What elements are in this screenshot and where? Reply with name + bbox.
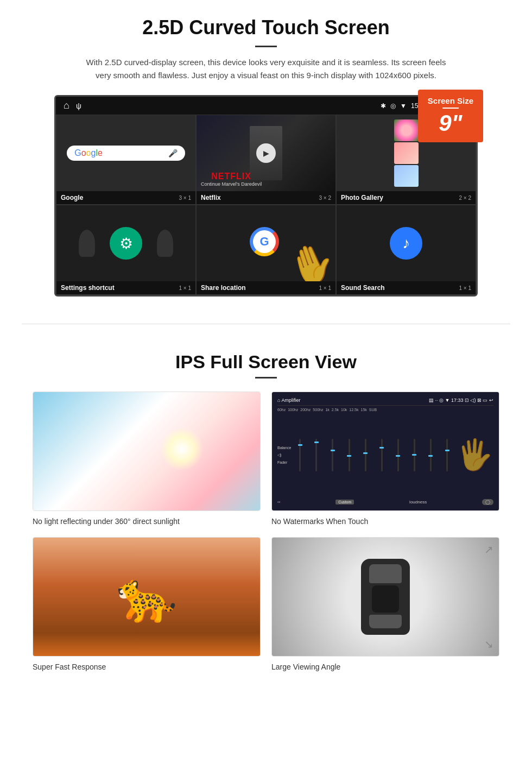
share-inner: G ✋	[197, 205, 335, 281]
eq-thumb-7	[396, 455, 400, 457]
gallery-stack	[394, 119, 419, 187]
feature-img-cheetah: 🐆	[33, 537, 261, 657]
eq-thumb-10	[445, 450, 449, 451]
amp-time: ▤ ·· ◎ ▼ 17:33 ⊡ ◁) ⊠ ▭ ↩	[429, 398, 493, 403]
eq-thumb-5	[363, 452, 368, 454]
device-container: Screen Size 9" ⌂ ψ ✱ ◎ ▼ 15:06 ⊡ ◁) ⊠	[54, 95, 478, 297]
features-grid: No light reflecting under 360° direct su…	[33, 392, 499, 672]
feature-viewing-angle: ↗ ↘ Large Viewing Angle	[271, 537, 499, 672]
balance-label: Balance	[277, 446, 291, 450]
netflix-play-button[interactable]: ▶	[256, 143, 276, 163]
netflix-label-row: Netflix 3 × 2	[197, 191, 335, 204]
amp-title: ⌂ Amplifier	[277, 398, 300, 403]
netflix-label-name: Netflix	[201, 194, 221, 201]
sound-label-row: Sound Search 1 × 1	[337, 281, 476, 294]
eq-track-10[interactable]	[446, 439, 448, 471]
share-label-size: 1 × 1	[319, 285, 331, 291]
feature-no-light: No light reflecting under 360° direct su…	[33, 392, 261, 526]
section1-title: 2.5D Curved Touch Screen	[33, 16, 499, 39]
eq-track-3[interactable]	[332, 439, 333, 471]
section1-description: With 2.5D curved-display screen, this de…	[81, 56, 451, 82]
bluetooth-icon: ✱	[381, 102, 386, 110]
share-label-name: Share location	[201, 284, 246, 292]
section-ips: IPS Full Screen View No light reflecting…	[0, 340, 532, 688]
settings-icon: ⚙	[110, 227, 142, 260]
eq-track-9[interactable]	[430, 439, 432, 471]
title-divider	[255, 46, 277, 47]
eq-track-8[interactable]	[414, 439, 415, 471]
section2-title: IPS Full Screen View	[33, 351, 499, 373]
eq-bar-2	[309, 439, 323, 471]
feature-label-1: No Watermarks When Touch	[271, 517, 368, 526]
device-screen: ⌂ ψ ✱ ◎ ▼ 15:06 ⊡ ◁) ⊠ ▭	[54, 95, 478, 297]
gallery-label-row: Photo Gallery 2 × 2	[337, 191, 476, 204]
app-cell-settings[interactable]: ⚙ Settings shortcut 1 × 1	[56, 205, 196, 295]
settings-inner: ⚙	[56, 205, 195, 281]
amp-image: ⌂ Amplifier ▤ ·· ◎ ▼ 17:33 ⊡ ◁) ⊠ ▭ ↩ 60…	[272, 392, 499, 510]
badge-size: 9"	[439, 110, 462, 136]
eq-bar-3	[326, 439, 339, 471]
google-label-row: Google 3 × 1	[56, 191, 195, 204]
app-cell-netflix[interactable]: ▶ NETFLIX Continue Marvel's Daredevil Ne…	[196, 115, 336, 205]
car-top-view	[361, 559, 410, 635]
cheetah-emoji: 🐆	[116, 569, 177, 626]
location-icon: ◎	[390, 102, 396, 110]
sun-glow	[160, 427, 204, 471]
mic-icon[interactable]: 🎤	[168, 149, 178, 157]
app-cell-sound[interactable]: ♪ Sound Search 1 × 1	[336, 205, 476, 295]
eq-bar-6	[375, 439, 389, 471]
eq-track-6[interactable]	[381, 439, 383, 471]
amp-custom-btn[interactable]: Custom	[335, 500, 354, 504]
eq-track-1[interactable]	[299, 439, 301, 471]
badge-divider	[442, 108, 459, 109]
google-label-size: 3 × 1	[179, 195, 191, 201]
eq-track-5[interactable]	[365, 439, 366, 471]
feature-img-sky	[33, 392, 261, 511]
status-bar-left: ⌂ ψ	[64, 100, 81, 111]
amp-left-labels: Balance ◁) Fader	[277, 446, 291, 464]
eq-track-2[interactable]	[315, 439, 317, 471]
car-windshield	[369, 564, 402, 583]
eq-thumb-4	[347, 455, 351, 457]
feature-label-0: No light reflecting under 360° direct su…	[33, 517, 180, 526]
section2-divider	[255, 377, 277, 379]
section-curved-screen: 2.5D Curved Touch Screen With 2.5D curve…	[0, 0, 532, 307]
wifi-icon: ▼	[400, 102, 407, 110]
feature-no-watermarks: ⌂ Amplifier ▤ ·· ◎ ▼ 17:33 ⊡ ◁) ⊠ ▭ ↩ 60…	[271, 392, 499, 526]
bg-person-1	[79, 230, 95, 257]
section-divider-hr	[22, 324, 510, 324]
gallery-thumb-1	[394, 119, 419, 141]
fader-label: Fader	[277, 460, 291, 464]
eq-thumb-2	[314, 441, 319, 443]
sky-image	[33, 392, 260, 510]
loudness-label: loudness	[409, 500, 427, 504]
eq-track-7[interactable]	[397, 439, 399, 471]
sound-icon: ♪	[390, 227, 422, 260]
amp-footer: ‹‹ Custom loudness ◯	[277, 499, 493, 505]
app-cell-share[interactable]: G ✋ Share location 1 × 1	[196, 205, 336, 295]
feature-label-2: Super Fast Response	[33, 663, 106, 671]
settings-label-size: 1 × 1	[179, 285, 191, 291]
eq-track-4[interactable]	[349, 439, 350, 471]
usb-icon: ψ	[76, 102, 81, 110]
feature-label-3: Large Viewing Angle	[271, 663, 340, 671]
sound-label-name: Sound Search	[341, 284, 385, 292]
app-grid: Google 🎤 Google 3 × 1	[56, 115, 476, 295]
car-arrow-top: ↗	[484, 543, 493, 556]
bg-person-3	[157, 230, 173, 257]
home-icon[interactable]: ⌂	[64, 100, 69, 111]
app-cell-google[interactable]: Google 🎤 Google 3 × 1	[56, 115, 196, 205]
netflix-subtitle: Continue Marvel's Daredevil	[201, 181, 262, 187]
eq-bars	[293, 439, 454, 471]
badge-title: Screen Size	[428, 96, 473, 105]
eq-bar-5	[359, 439, 372, 471]
google-search-bar[interactable]: Google 🎤	[67, 146, 185, 161]
netflix-label-size: 3 × 2	[319, 195, 331, 201]
amp-back-btn[interactable]: ‹‹	[277, 500, 280, 504]
eq-bar-7	[391, 439, 405, 471]
eq-thumb-9	[428, 455, 433, 457]
settings-label-row: Settings shortcut 1 × 1	[56, 281, 195, 294]
g-circle: G	[250, 227, 279, 256]
loudness-toggle[interactable]: ◯	[482, 499, 493, 505]
gallery-label-name: Photo Gallery	[341, 194, 383, 201]
